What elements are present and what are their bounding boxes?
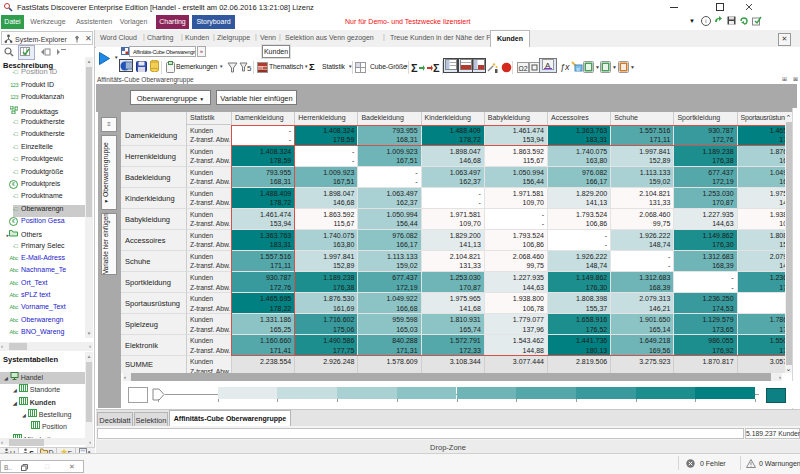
svg-text:u: u [577, 66, 580, 72]
svg-text:5: 5 [247, 64, 252, 73]
svg-text:Σ: Σ [411, 62, 418, 73]
svg-text:Σ: Σ [433, 62, 440, 73]
svg-text:Ω2: Ω2 [519, 65, 528, 72]
svg-text:ƒx: ƒx [560, 62, 570, 72]
